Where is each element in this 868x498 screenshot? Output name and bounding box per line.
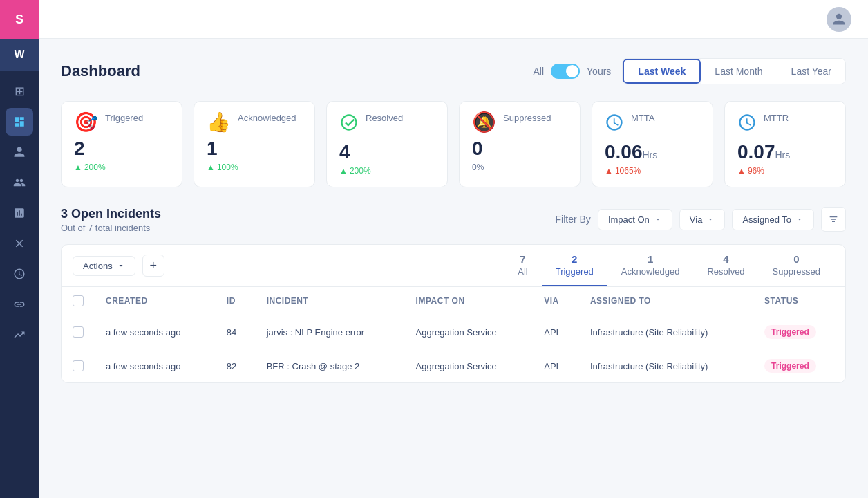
filter-label: Filter By <box>556 214 591 225</box>
suppressed-change: 0% <box>472 163 567 172</box>
row1-created: a few seconds ago <box>95 315 216 349</box>
acknowledged-icon: 👍 <box>207 113 231 132</box>
mttr-icon <box>737 113 757 136</box>
row2-created: a few seconds ago <box>95 349 216 383</box>
filter-assigned-to[interactable]: Assigned To <box>732 209 814 230</box>
toggle-all-label: All <box>533 66 544 77</box>
suppressed-label: Suppressed <box>503 113 551 123</box>
mttr-label: MTTR <box>764 113 789 123</box>
incidents-header: 3 Open Incidents Out of 7 total incident… <box>61 207 846 233</box>
row1-id: 84 <box>216 315 256 349</box>
tab-actions: Actions + <box>73 246 164 285</box>
triggered-value: 2 <box>74 138 169 160</box>
row2-checkbox-cell <box>62 349 95 383</box>
row1-via: API <box>533 315 579 349</box>
dashboard-header: Dashboard All Yours Last Week Last Month… <box>61 58 846 84</box>
filter-via[interactable]: Via <box>679 209 726 230</box>
time-filter-group: Last Week Last Month Last Year <box>622 58 846 84</box>
mtta-label: MTTA <box>631 113 654 123</box>
sidebar-item-users[interactable] <box>6 138 33 166</box>
table-row: a few seconds ago 84 jarvis : NLP Engine… <box>62 315 845 349</box>
sidebar: S W ⊞ <box>0 0 39 498</box>
row2-incident[interactable]: BFR : Crash @ stage 2 <box>256 349 405 383</box>
incidents-table: Created ID Incident Impact On Via Assign… <box>62 287 845 382</box>
resolved-icon <box>339 113 359 136</box>
actions-button[interactable]: Actions <box>73 256 135 276</box>
toggle-yours-label: Yours <box>587 66 611 77</box>
header-right: All Yours Last Week Last Month Last Year <box>533 58 846 84</box>
tab-list: 7 All 2 Triggered 1 Acknowledged 4 Resol… <box>504 245 834 286</box>
filter-area: Filter By Impact On Via Assigned To <box>556 207 846 232</box>
col-status: Status <box>753 287 845 315</box>
row2-id: 82 <box>216 349 256 383</box>
user-avatar[interactable] <box>827 7 851 32</box>
acknowledged-value: 1 <box>207 138 302 160</box>
triggered-icon: 🎯 <box>74 113 98 132</box>
sidebar-item-reports[interactable] <box>6 321 33 349</box>
col-via: Via <box>533 287 579 315</box>
time-filter-lastmonth[interactable]: Last Month <box>701 59 777 84</box>
row2-via: API <box>533 349 579 383</box>
sidebar-item-clock[interactable] <box>6 260 33 288</box>
sidebar-nav: ⊞ <box>0 71 39 349</box>
row1-incident[interactable]: jarvis : NLP Engine error <box>256 315 405 349</box>
mttr-change: ▲96% <box>737 166 833 176</box>
filter-impact-on[interactable]: Impact On <box>598 209 672 230</box>
stat-suppressed: 🔕 Suppressed 0 0% <box>459 101 581 187</box>
triggered-label: Triggered <box>105 113 143 123</box>
tab-triggered[interactable]: 2 Triggered <box>542 245 607 286</box>
stat-resolved: Resolved 4 ▲200% <box>326 101 448 187</box>
workspace-initial[interactable]: W <box>0 39 39 71</box>
resolved-value: 4 <box>339 141 435 163</box>
content-area: Dashboard All Yours Last Week Last Month… <box>39 39 868 498</box>
sidebar-item-integrations[interactable] <box>6 230 33 257</box>
sidebar-item-analytics[interactable] <box>6 199 33 227</box>
stats-grid: 🎯 Triggered 2 ▲200% 👍 Acknowledged 1 ▲10… <box>61 101 846 187</box>
incident-tabs: Actions + 7 All 2 Triggered 1 <box>62 245 845 287</box>
acknowledged-label: Acknowledged <box>238 113 296 123</box>
col-impact-on: Impact On <box>405 287 534 315</box>
app-logo[interactable]: S <box>0 0 39 39</box>
incidents-title: 3 Open Incidents <box>61 207 161 221</box>
main-area: Dashboard All Yours Last Week Last Month… <box>39 0 868 498</box>
tab-suppressed[interactable]: 0 Suppressed <box>759 245 834 286</box>
col-created: Created <box>95 287 216 315</box>
row2-impact-on: Aggregation Service <box>405 349 534 383</box>
sidebar-item-dashboard[interactable] <box>6 108 33 136</box>
all-yours-toggle[interactable] <box>551 64 580 79</box>
mtta-value: 0.06Hrs <box>605 141 700 163</box>
stat-triggered: 🎯 Triggered 2 ▲200% <box>61 101 182 187</box>
row1-status: Triggered <box>753 315 845 349</box>
incidents-title-group: 3 Open Incidents Out of 7 total incident… <box>61 207 161 233</box>
topbar <box>39 0 868 39</box>
col-incident: Incident <box>256 287 405 315</box>
row1-status-badge: Triggered <box>764 325 816 339</box>
sidebar-item-home[interactable]: ⊞ <box>6 77 33 105</box>
col-checkbox <box>62 287 95 315</box>
stat-mttr: MTTR 0.07Hrs ▲96% <box>724 101 846 187</box>
resolved-change: ▲200% <box>339 166 435 176</box>
acknowledged-change: ▲100% <box>207 163 302 172</box>
row2-status: Triggered <box>753 349 845 383</box>
tab-resolved[interactable]: 4 Resolved <box>693 245 758 286</box>
row1-checkbox-cell <box>62 315 95 349</box>
time-filter-lastyear[interactable]: Last Year <box>777 59 845 84</box>
table-row: a few seconds ago 82 BFR : Crash @ stage… <box>62 349 845 383</box>
time-filter-lastweek[interactable]: Last Week <box>623 59 701 84</box>
tab-acknowledged[interactable]: 1 Acknowledged <box>607 245 694 286</box>
col-assigned-to: Assigned To <box>579 287 753 315</box>
sidebar-item-chain[interactable] <box>6 290 33 318</box>
row2-checkbox[interactable] <box>73 360 84 371</box>
row2-assigned-to: Infrastructure (Site Reliability) <box>579 349 753 383</box>
tab-all[interactable]: 7 All <box>504 245 541 286</box>
stat-mtta: MTTA 0.06Hrs ▲1065% <box>592 101 713 187</box>
settings-btn[interactable] <box>821 207 846 232</box>
select-all-checkbox[interactable] <box>73 295 84 306</box>
row1-impact-on: Aggregation Service <box>405 315 534 349</box>
sidebar-item-team[interactable] <box>6 169 33 196</box>
incidents-subtitle: Out of 7 total incidents <box>61 223 161 233</box>
col-id: ID <box>216 287 256 315</box>
row1-assigned-to: Infrastructure (Site Reliability) <box>579 315 753 349</box>
add-incident-button[interactable]: + <box>142 255 164 277</box>
row1-checkbox[interactable] <box>73 326 84 338</box>
